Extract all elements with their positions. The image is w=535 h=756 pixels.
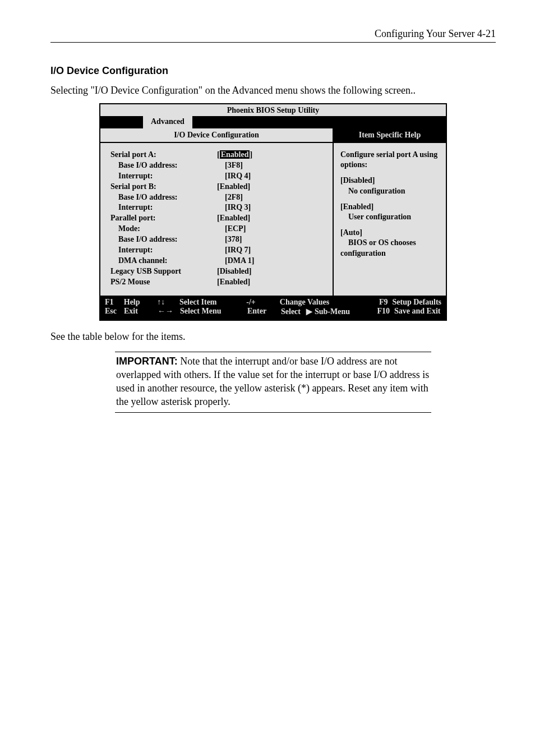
key-updown[interactable]: ↑↓ (157, 298, 179, 307)
post-text: See the table below for the items. (50, 331, 496, 343)
bios-setup-screenshot: Phoenix BIOS Setup Utility Advanced I/O … (99, 103, 447, 321)
footer-row-1: F1 Help ↑↓ Select Item -/+ Change Values… (105, 298, 441, 307)
cfg-value: [Disabled] (217, 266, 251, 277)
bios-tab-bar: Advanced (100, 116, 446, 128)
page-header: Configuring Your Server 4-21 (50, 28, 496, 43)
action-help: Help (124, 298, 158, 307)
cfg-label: Interrupt: (110, 171, 225, 182)
selected-value: Enabled (220, 150, 250, 159)
tab-rest (192, 116, 446, 128)
footer-row-2: Esc Exit ←→ Select Menu Enter Select ▶ S… (105, 307, 441, 316)
cfg-parallel[interactable]: Parallel port: [Enabled] (110, 213, 327, 224)
tab-advanced[interactable]: Advanced (143, 116, 192, 128)
cfg-serial-b-base[interactable]: Base I/O address: [2F8] (110, 192, 327, 203)
help-enabled-t: User configuration (340, 213, 411, 221)
help-enabled-h: [Enabled] (340, 202, 373, 211)
cfg-label: Interrupt: (110, 202, 225, 213)
intro-text: Selecting "I/O Device Configuration" on … (50, 85, 496, 96)
key-leftright[interactable]: ←→ (158, 307, 180, 316)
cfg-label: Serial port B: (110, 182, 217, 192)
cfg-value: [IRQ 4] (225, 171, 251, 182)
help-pane: Configure serial port A using options: [… (334, 143, 446, 296)
key-f10[interactable]: F10 (365, 307, 394, 316)
cfg-legacy-usb[interactable]: Legacy USB Support [Disabled] (110, 266, 327, 277)
key-f1[interactable]: F1 (105, 298, 124, 307)
cfg-label: Base I/O address: (110, 192, 225, 203)
header-text: Configuring Your Server 4-21 (375, 28, 496, 39)
cfg-value: [2F8] (225, 192, 243, 203)
cfg-label: Interrupt: (110, 245, 225, 256)
action-change-values: Change Values (280, 298, 363, 307)
cfg-value: [Enabled] (217, 182, 250, 192)
cfg-serial-a[interactable]: Serial port A: [Enabled] (110, 150, 327, 160)
cfg-value: [Enabled] (217, 277, 250, 288)
action-setup-defaults: Setup Defaults (392, 298, 441, 307)
bios-title: Phoenix BIOS Setup Utility (100, 104, 446, 116)
cfg-value: [ECP] (225, 224, 246, 234)
key-esc[interactable]: Esc (105, 307, 124, 316)
cfg-value: [IRQ 3] (225, 202, 251, 213)
cfg-label: Legacy USB Support (110, 266, 217, 277)
cfg-value: [Enabled] (217, 150, 252, 160)
cfg-serial-b[interactable]: Serial port B: [Enabled] (110, 182, 327, 192)
cfg-serial-a-base[interactable]: Base I/O address: [3F8] (110, 160, 327, 171)
cfg-label: Base I/O address: (110, 234, 225, 245)
cfg-value: [IRQ 7] (225, 245, 251, 256)
pane-title-left: I/O Device Configuration (100, 128, 334, 142)
cfg-serial-a-irq[interactable]: Interrupt: [IRQ 4] (110, 171, 327, 182)
cfg-parallel-dma[interactable]: DMA channel: [DMA 1] (110, 256, 327, 266)
tab-spacer (100, 116, 143, 128)
key-enter[interactable]: Enter (247, 307, 281, 316)
cfg-serial-b-irq[interactable]: Interrupt: [IRQ 3] (110, 202, 327, 213)
help-enabled: [Enabled] User configuration (340, 202, 440, 222)
config-pane: Serial port A: [Enabled] Base I/O addres… (100, 143, 334, 296)
action-exit: Exit (124, 307, 158, 316)
key-f9[interactable]: F9 (363, 298, 393, 307)
cfg-value: [Enabled] (217, 213, 250, 224)
action-select-item: Select Item (179, 298, 246, 307)
help-disabled-t: No configuration (340, 187, 405, 195)
important-note: IMPORTANT: Note that the interrupt and/o… (115, 352, 431, 413)
cfg-label: Serial port A: (110, 150, 217, 160)
cfg-value: [DMA 1] (225, 256, 255, 266)
key-minusplus[interactable]: -/+ (246, 298, 280, 307)
action-select-menu: Select Menu (180, 307, 247, 316)
help-auto-t: BIOS or OS chooses configuration (340, 238, 416, 257)
cfg-label: DMA channel: (110, 256, 225, 266)
cfg-parallel-base[interactable]: Base I/O address: [378] (110, 234, 327, 245)
pane-title-right: Item Specific Help (334, 128, 446, 142)
help-disabled: [Disabled] No configuration (340, 176, 440, 196)
cfg-ps2-mouse[interactable]: PS/2 Mouse [Enabled] (110, 277, 327, 288)
help-auto-h: [Auto] (340, 228, 362, 237)
help-intro: Configure serial port A using options: (340, 150, 440, 170)
action-select-submenu: Select ▶ Sub-Menu (281, 307, 365, 316)
action-save-exit: Save and Exit (394, 307, 440, 316)
cfg-label: Base I/O address: (110, 160, 225, 171)
cfg-label: Mode: (110, 224, 225, 234)
cfg-parallel-irq[interactable]: Interrupt: [IRQ 7] (110, 245, 327, 256)
help-auto: [Auto] BIOS or OS chooses configuration (340, 228, 440, 259)
cfg-value: [378] (225, 234, 242, 245)
help-disabled-h: [Disabled] (340, 176, 375, 185)
note-strong: IMPORTANT: (116, 356, 178, 367)
cfg-parallel-mode[interactable]: Mode: [ECP] (110, 224, 327, 234)
bios-footer: F1 Help ↑↓ Select Item -/+ Change Values… (100, 296, 446, 320)
cfg-label: PS/2 Mouse (110, 277, 217, 288)
cfg-label: Parallel port: (110, 213, 217, 224)
cfg-value: [3F8] (225, 160, 243, 171)
section-title: I/O Device Configuration (50, 65, 496, 77)
